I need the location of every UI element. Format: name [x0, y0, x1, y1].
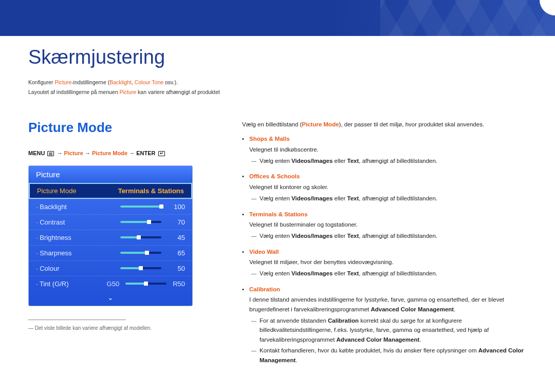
osd-row-colour[interactable]: Colour 50: [29, 260, 192, 276]
footnote: Det viste billede kan variere afhængigt …: [28, 325, 193, 331]
osd-panel: Picture Picture Mode Terminals & Station…: [28, 165, 193, 306]
osd-title: Picture: [29, 166, 192, 183]
menu-icon: [47, 151, 54, 156]
mode-videowall: Video Wall Velegnet til miljøer, hvor de…: [249, 247, 527, 278]
intro-text: Konfigurer Picture-indstillingerne (Back…: [28, 78, 527, 97]
slider-icon: [120, 221, 161, 223]
osd-selected-label: Picture Mode: [37, 187, 77, 195]
osd-selected-value: Terminals & Stations: [118, 187, 184, 195]
page-title: Skærmjustering: [28, 46, 527, 68]
tint-slider-icon: [125, 283, 166, 285]
slider-icon: [120, 252, 161, 254]
osd-selected-row[interactable]: Picture Mode Terminals & Stations: [29, 183, 192, 199]
menu-breadcrumb: MENU → Picture → Picture Mode → ENTER: [28, 150, 193, 156]
osd-row-sharpness[interactable]: Sharpness 65: [29, 245, 192, 260]
mode-offices: Offices & Schools Velegnet til kontorer …: [249, 172, 527, 203]
osd-row-backlight[interactable]: Backlight 100: [29, 199, 192, 214]
section-heading: Picture Mode: [28, 120, 193, 136]
description-column: Vælg en billedtilstand (Picture Mode), d…: [242, 120, 527, 371]
enter-icon: [158, 151, 165, 156]
slider-icon: [120, 206, 161, 208]
mode-shops: Shops & Malls Velegnet til indkøbscentre…: [249, 134, 527, 165]
slider-icon: [120, 267, 161, 269]
mode-terminals: Terminals & Stations Velegnet til buster…: [249, 210, 527, 241]
header-band: [0, 0, 555, 36]
slider-icon: [120, 236, 161, 238]
osd-row-contrast[interactable]: Contrast 70: [29, 214, 192, 230]
mode-calibration: Calibration I denne tilstand anvendes in…: [249, 285, 527, 365]
chevron-down-icon[interactable]: ⌄: [29, 291, 192, 306]
page-corner: [540, 0, 555, 15]
osd-row-brightness[interactable]: Brightness 45: [29, 230, 192, 245]
osd-row-tint[interactable]: Tint (G/R) G50 R50: [29, 276, 192, 291]
footnote-rule: [28, 320, 126, 320]
